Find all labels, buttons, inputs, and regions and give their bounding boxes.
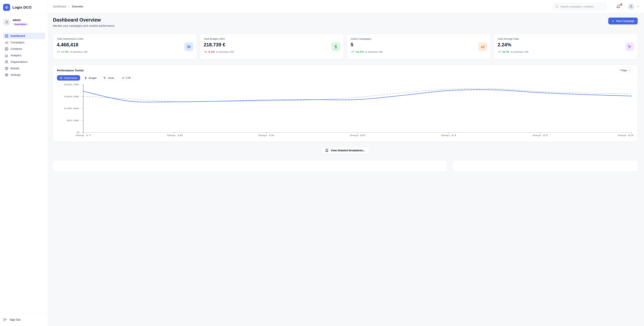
- chevron-right-icon: [68, 5, 70, 8]
- sidebar-item-analytics[interactable]: Analytics: [3, 52, 45, 59]
- sidebar-item-dashboard[interactable]: Dashboard: [3, 33, 45, 39]
- svg-text:Sep 19: Sep 19: [258, 134, 274, 137]
- sidebar-item-label: Organizations: [10, 60, 28, 63]
- stat-cards-row: Total Impressions (24h) 4,468,418 +1.7% …: [53, 34, 322, 60]
- sidebar-item-creatives[interactable]: Creatives: [3, 46, 45, 52]
- svg-text:100.0K: 100.0K: [64, 107, 80, 110]
- tab-clicks[interactable]: Clicks: [101, 75, 117, 81]
- sidebar: Logix DCO admin SuperAdmin Dashboard Cam…: [0, 0, 48, 163]
- page-title: Dashboard Overview: [53, 17, 115, 23]
- gear-icon: [5, 73, 8, 77]
- svg-text:50.0K: 50.0K: [66, 119, 80, 122]
- sidebar-user-card: admin SuperAdmin: [0, 15, 48, 30]
- main-content: Dashboard Overview Monitor your campaign…: [48, 13, 322, 163]
- bar-chart-icon: [5, 54, 8, 57]
- stat-value: 4,468,418: [57, 42, 193, 47]
- stat-delta: -0.1% vs previous 24h: [204, 50, 322, 53]
- megaphone-icon: [5, 41, 8, 44]
- sidebar-item-organizations[interactable]: Organizations: [3, 59, 45, 65]
- stat-label: Total Impressions (24h): [57, 37, 193, 40]
- sidebar-item-brands[interactable]: Brands: [3, 65, 45, 72]
- svg-text:Sep 17: Sep 17: [76, 134, 91, 137]
- performance-trends-card: Performance Trends 7 Days Impressions Bu…: [53, 65, 322, 142]
- bottom-card-left: [53, 160, 322, 163]
- stat-value: 218.739 €: [204, 42, 322, 47]
- page-subtitle: Monitor your campaigns and creative perf…: [53, 24, 115, 27]
- user-name: admin: [12, 18, 28, 22]
- breadcrumb-parent[interactable]: Dashboard: [53, 5, 66, 8]
- page-header: Dashboard Overview Monitor your campaign…: [53, 17, 322, 27]
- sidebar-item-campaigns[interactable]: Campaigns: [3, 39, 45, 46]
- sidebar-nav: Dashboard Campaigns Creatives Analytics …: [0, 30, 48, 78]
- tab-budget[interactable]: Budget: [82, 75, 99, 81]
- stat-card-budget: Total Budget (24h) 218.739 € -0.1% vs pr…: [200, 34, 322, 60]
- role-badge: SuperAdmin: [12, 22, 28, 26]
- sidebar-item-label: Campaigns: [10, 41, 24, 44]
- breadcrumb-current: Overview: [72, 5, 83, 8]
- trend-chart: 050.0K100.0K150.0K200.0KSep 17Sep 18Sep …: [57, 82, 322, 137]
- chart-title: Performance Trends: [57, 69, 84, 72]
- sidebar-item-label: Settings: [10, 73, 20, 76]
- tab-ctr[interactable]: CTR: [119, 75, 134, 81]
- sidebar-item-label: Brands: [10, 67, 19, 70]
- tab-impressions[interactable]: Impressions: [57, 75, 80, 81]
- svg-text:Sep 18: Sep 18: [167, 134, 182, 137]
- brand-name: Logix DCO: [12, 5, 32, 9]
- metric-tabs: Impressions Budget Clicks CTR: [57, 75, 322, 81]
- bottom-cards-row: [53, 160, 322, 163]
- image-icon: [5, 47, 8, 51]
- stat-delta: +1.7% vs previous 24h: [57, 50, 193, 53]
- svg-text:200.0K: 200.0K: [64, 83, 80, 86]
- svg-text:150.0K: 150.0K: [64, 95, 80, 98]
- mouse-pointer-icon: [104, 77, 106, 79]
- sidebar-item-label: Creatives: [10, 47, 22, 50]
- eye-icon: [60, 77, 62, 79]
- dollar-icon: [84, 77, 87, 79]
- trending-down-icon: [204, 50, 207, 53]
- user-avatar-icon: [3, 19, 10, 26]
- eye-icon: [184, 42, 193, 51]
- topbar: Dashboard Overview: [48, 0, 322, 13]
- layout-dashboard-icon: [5, 34, 8, 38]
- sidebar-item-settings[interactable]: Settings: [3, 72, 45, 78]
- trending-up-icon: [121, 77, 124, 79]
- users-icon: [5, 60, 8, 64]
- sidebar-item-label: Dashboard: [10, 34, 25, 37]
- view-detailed-breakdown-button[interactable]: View Detailed Breakdown...: [322, 147, 322, 154]
- brand: Logix DCO: [0, 0, 48, 15]
- stat-label: Total Budget (24h): [204, 37, 322, 40]
- trending-up-icon: [57, 50, 60, 53]
- svg-text:0: 0: [77, 131, 79, 134]
- zap-icon: [3, 4, 10, 11]
- package-icon: [5, 67, 8, 70]
- sidebar-item-label: Analytics: [10, 54, 22, 57]
- stat-card-impressions: Total Impressions (24h) 4,468,418 +1.7% …: [53, 34, 197, 60]
